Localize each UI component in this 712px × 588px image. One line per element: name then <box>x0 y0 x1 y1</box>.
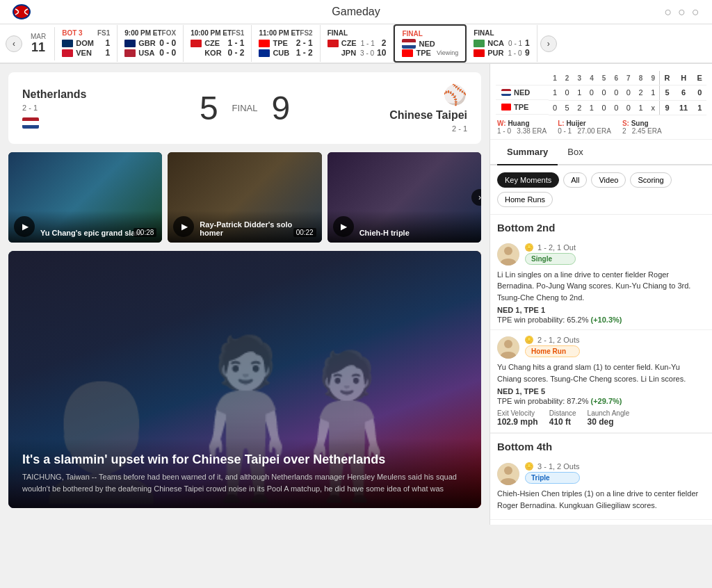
play-btn-1[interactable] <box>14 216 35 237</box>
team2-logo: ⚾ <box>443 83 467 106</box>
date-num: 11 <box>31 40 45 55</box>
play3-avatar <box>497 463 519 485</box>
game-nca-pur[interactable]: FINAL NCA0 - 11 PUR1 - 09 <box>467 25 537 62</box>
play1-score: NED 1, TPE 1 <box>497 306 705 314</box>
filter-video[interactable]: Video <box>591 172 626 188</box>
filter-all[interactable]: All <box>563 172 587 188</box>
header: Gameday ○ ○ ○ <box>0 0 712 24</box>
final-label: FINAL <box>232 103 258 113</box>
play2-meta: 🪙 2 - 1, 2 Outs Home Run <box>497 336 705 359</box>
tab-box[interactable]: Box <box>558 140 592 165</box>
play2-coin: 🪙 <box>525 336 533 344</box>
game-cze-jpn[interactable]: FINAL CZE1 - 12 JPN3 - 010 <box>321 25 394 62</box>
game-cze-kor[interactable]: 10:00 PM ETFS1 CZE1 - 1 KOR0 - 2 <box>184 25 252 62</box>
header-title: Gameday <box>332 6 380 18</box>
tab-summary[interactable]: Summary <box>497 140 558 165</box>
video-2-duration: 00:22 <box>293 228 316 237</box>
video-1[interactable]: Yu Chang's epic grand slam 00:28 <box>8 152 162 243</box>
svg-point-6 <box>504 466 512 475</box>
date-block: MAR 11 <box>22 27 55 60</box>
svg-point-2 <box>504 247 512 255</box>
save-record: 2 2.45 ERA <box>622 127 662 135</box>
play1-details: 🪙 1 - 2, 1 Out Single <box>525 243 576 266</box>
win-label: W: Huang <box>497 120 547 127</box>
mlb-logo <box>11 3 32 20</box>
play3-details: 🪙 3 - 1, 2 Outs Triple <box>525 462 580 485</box>
big-story: 👤 🧍 🧍 It's a slammin' upset win for Chin… <box>8 251 481 508</box>
team1-info: Netherlands 2 - 1 <box>22 88 106 129</box>
play1-desc: Li Lin singles on a line drive to center… <box>497 269 705 304</box>
header-dots: ○ ○ ○ <box>664 5 701 19</box>
play1-meta: 🪙 1 - 2, 1 Out Single <box>497 243 705 266</box>
filter-scoring[interactable]: Scoring <box>630 172 671 188</box>
play3-badge: Triple <box>525 472 580 484</box>
play2-prob: TPE win probability: 87.2% (+29.7%) <box>497 397 705 405</box>
losing-pitcher: L: Huijer 0 - 1 27.00 ERA <box>558 120 611 135</box>
video-2[interactable]: Ray-Patrick Didder's solo homer 00:22 <box>168 152 321 243</box>
scoreboard-tpe-row: TPE 05210001x 9111 <box>496 100 706 115</box>
play-event-2: 🪙 2 - 1, 2 Outs Home Run Yu Chang hits a… <box>490 330 712 433</box>
play1-count: 1 - 2, 1 Out <box>537 243 576 252</box>
team1-record: 2 - 1 <box>22 104 38 112</box>
play2-score: NED 1, TPE 5 <box>497 387 705 395</box>
filter-home-runs[interactable]: Home Runs <box>497 192 553 207</box>
videos-row: Yu Chang's epic grand slam 00:28 Ray-Pat… <box>8 152 481 243</box>
score1: 5 <box>200 89 218 127</box>
play1-avatar <box>497 243 519 266</box>
play-event-1: 🪙 1 - 2, 1 Out Single Li Lin singles on … <box>490 238 712 331</box>
play1-prob: TPE win probability: 65.2% (+10.3%) <box>497 316 705 324</box>
game-gbr-usa[interactable]: 9:00 PM ETFOX GBR0 - 0 USA0 - 0 <box>118 25 184 62</box>
play3-meta: 🪙 3 - 1, 2 Outs Triple <box>497 462 705 485</box>
team2-name: Chinese Taipei <box>389 109 467 122</box>
play2-avatar <box>497 336 519 359</box>
score-box: Netherlands 2 - 1 5 FINAL 9 ⚾ Chinese Ta… <box>8 72 481 144</box>
final-score-area: 5 FINAL 9 <box>200 89 290 127</box>
loss-record: 0 - 1 27.00 ERA <box>558 127 611 135</box>
svg-point-4 <box>504 340 512 348</box>
game-ned-tpe[interactable]: FINAL NED TPEViewing <box>394 24 467 63</box>
pitchers-row: W: Huang 1 - 0 3.38 ERA L: Huijer 0 - 1 … <box>490 115 712 140</box>
right-panel: 123 456 789 R H E NED 101000021 560 <box>490 64 712 525</box>
play3-desc: Chieh-Hsien Chen triples (1) on a line d… <box>497 488 705 511</box>
team1-flag <box>22 117 39 129</box>
story-text: TAICHUNG, Taiwan -- Teams before had bee… <box>22 471 467 494</box>
scoreboard-ned-row: NED 101000021 560 <box>496 85 706 101</box>
play2-stats: Exit Velocity 102.9 mph Distance 410 ft … <box>497 409 705 427</box>
play1-coin: 🪙 <box>525 243 533 252</box>
scoreboard-container: 123 456 789 R H E NED 101000021 560 <box>490 64 712 115</box>
play-btn-2[interactable] <box>173 216 194 237</box>
left-panel: Netherlands 2 - 1 5 FINAL 9 ⚾ Chinese Ta… <box>0 64 490 525</box>
stat-exit-velocity: Exit Velocity 102.9 mph <box>497 409 538 427</box>
team2-info: ⚾ Chinese Taipei 2 - 1 <box>384 83 467 133</box>
video-3-title: Chieh-H triple <box>359 229 476 237</box>
stat-distance: Distance 410 ft <box>549 409 576 427</box>
inning-bottom-4th: Bottom 4th <box>490 433 712 457</box>
game-tpe-cub[interactable]: 11:00 PM ETFS2 TPE2 - 1 CUB1 - 2 <box>252 25 320 62</box>
prev-game-arrow[interactable]: ‹ <box>6 35 22 52</box>
play2-details: 🪙 2 - 1, 2 Outs Home Run <box>525 336 580 359</box>
scoreboard-table: 123 456 789 R H E NED 101000021 560 <box>496 71 706 115</box>
play1-badge: Single <box>525 253 576 265</box>
win-record: 1 - 0 3.38 ERA <box>497 127 547 135</box>
video-1-duration: 00:28 <box>134 228 156 237</box>
game-dom-ven[interactable]: BOT 3FS1 DOM1 VEN1 <box>55 25 118 62</box>
video-3[interactable]: Chieh-H triple › <box>327 152 481 243</box>
play2-desc: Yu Chang hits a grand slam (1) to center… <box>497 361 705 384</box>
loss-label: L: Huijer <box>558 120 611 127</box>
inning-bottom-2nd: Bottom 2nd <box>490 214 712 238</box>
winning-pitcher: W: Huang 1 - 0 3.38 ERA <box>497 120 547 135</box>
play3-count: 3 - 1, 2 Outs <box>537 462 580 471</box>
games-bar: ‹ MAR 11 BOT 3FS1 DOM1 VEN1 9:00 PM ETFO… <box>0 24 712 64</box>
story-overlay: It's a slammin' upset win for Chinese Ta… <box>8 439 481 508</box>
filter-key-moments[interactable]: Key Moments <box>497 172 559 188</box>
play3-coin: 🪙 <box>525 462 533 471</box>
svg-point-0 <box>13 5 30 19</box>
play-event-3: 🪙 3 - 1, 2 Outs Triple Chieh-Hsien Chen … <box>490 457 712 520</box>
play-events: Bottom 2nd 🪙 1 - 2, 1 Out Single <box>490 214 712 521</box>
play2-count: 2 - 1, 2 Outs <box>537 336 580 344</box>
next-game-arrow[interactable]: › <box>540 35 557 52</box>
play-btn-3[interactable] <box>333 216 354 237</box>
summary-box-tabs: Summary Box <box>490 140 712 165</box>
km-filters: Key Moments All Video Scoring Home Runs <box>490 165 712 214</box>
date-day: MAR <box>31 33 46 40</box>
